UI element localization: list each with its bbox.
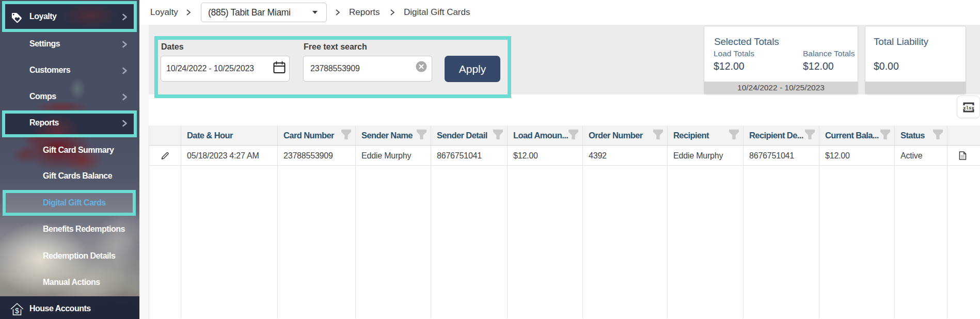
svg-text:xlsx: xlsx — [963, 106, 974, 111]
svg-text:$: $ — [15, 307, 19, 315]
